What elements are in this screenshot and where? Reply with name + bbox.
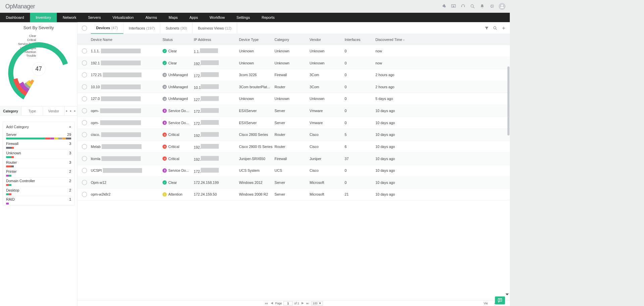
tab-business-views[interactable]: Business Views (12) [193, 22, 237, 34]
nav-workflow[interactable]: Workflow [204, 13, 230, 22]
category-row[interactable]: Domain Controller2 [6, 177, 71, 187]
status-icon: ✓ [162, 61, 167, 65]
table-row[interactable]: 172.21 ⊘UnManaged 172. 3com 3226 Firewal… [77, 69, 510, 81]
status-icon: ✕ [162, 156, 167, 161]
category-row[interactable]: Desktop2 [6, 187, 71, 196]
tab-subnets[interactable]: Subnets (30) [160, 22, 193, 34]
pager-page-input[interactable] [283, 301, 292, 305]
row-checkbox[interactable] [82, 84, 87, 90]
pager-size[interactable]: 100▼ [311, 301, 323, 305]
gear-icon[interactable] [489, 4, 494, 9]
col-category[interactable]: Category [275, 38, 310, 42]
add-category-label: Add Category [6, 124, 29, 129]
status-icon: ⬇ [162, 120, 167, 125]
app-logo: OpManager [5, 3, 35, 10]
pager-prev[interactable]: ◀ [270, 301, 274, 305]
table-search-icon[interactable] [493, 26, 497, 30]
status-icon: ⊘ [162, 97, 167, 101]
table-row[interactable]: opm- ⬇Service Do... 172. ESXServer Serve… [77, 117, 510, 129]
row-checkbox[interactable] [82, 132, 87, 137]
nav-reports[interactable]: Reports [256, 13, 280, 22]
nav-alarms[interactable]: Alarms [140, 13, 163, 22]
sidebar-tabs: CategoryTypeVendor• • • [0, 106, 77, 116]
status-icon: ! [162, 192, 167, 197]
status-icon: ✓ [162, 180, 167, 185]
table-row[interactable]: UCSPI ⬇Service Do... 172. UCS System UCS… [77, 165, 510, 177]
col-type[interactable]: Device Type [239, 38, 274, 42]
col-device-name[interactable]: Device Name [91, 38, 163, 42]
nav-maps[interactable]: Maps [163, 13, 183, 22]
presentation-icon[interactable] [451, 4, 456, 9]
tab-devices[interactable]: Devices (47) [91, 22, 123, 34]
nav-servers[interactable]: Servers [82, 13, 107, 22]
status-icon: ⊘ [162, 85, 167, 89]
col-interfaces[interactable]: Interfaces [344, 38, 375, 42]
nav-network[interactable]: Network [57, 13, 82, 22]
bell-icon[interactable] [480, 4, 485, 9]
category-panel: Add Category + Server29Firewall3Unknown3… [3, 122, 75, 205]
sidebar-tab-type[interactable]: Type [21, 106, 43, 115]
col-discovered-time[interactable]: Discovered Time▾ [375, 38, 510, 42]
category-row[interactable]: Server29 [6, 131, 71, 140]
table-row[interactable]: Opm-w12 ✓Clear 172.24.158.199 Windows 20… [77, 176, 510, 189]
col-status[interactable]: Status [162, 38, 194, 42]
chat-button[interactable] [495, 296, 505, 304]
row-checkbox[interactable] [82, 144, 87, 149]
nav-apps[interactable]: Apps [183, 13, 204, 22]
table-row[interactable]: 1.1.1. ✓Clear 1.1. Unknown Unknown Unkno… [77, 45, 510, 57]
search-icon[interactable] [470, 4, 475, 9]
row-checkbox[interactable] [82, 48, 87, 54]
nav-inventory[interactable]: Inventory [30, 13, 57, 22]
rocket-icon[interactable] [441, 4, 447, 9]
category-row[interactable]: RAID1 [6, 196, 71, 205]
row-checkbox[interactable] [82, 120, 87, 125]
row-checkbox[interactable] [82, 180, 87, 185]
chat-collapse-icon[interactable] [505, 294, 508, 296]
row-checkbox[interactable] [82, 96, 87, 102]
table-row[interactable]: cisco. ✕Critical 192. Cisco 2800 Series … [77, 129, 510, 141]
scrollbar[interactable] [507, 66, 509, 136]
sidebar-tab-vendor[interactable]: Vendor [43, 106, 64, 115]
table-row[interactable]: opm- ⬇Service Do... 172. ESXServer Serve… [77, 105, 510, 117]
select-all-checkbox[interactable] [82, 26, 87, 31]
nav-settings[interactable]: Settings [231, 13, 256, 22]
topbar: OpManager [0, 0, 510, 13]
table-row[interactable]: 192.1 ✓Clear 192. Unknown Unknown Unknow… [77, 57, 510, 69]
col-vendor[interactable]: Vendor [310, 38, 344, 42]
category-row[interactable]: Router3 [6, 159, 71, 168]
table-row[interactable]: opm-w2k8r2 !Attention 172.24.159.50 Wind… [77, 189, 510, 201]
row-checkbox[interactable] [82, 60, 87, 66]
status-icon: ⊘ [162, 73, 167, 77]
pager-first[interactable]: ⏮ [265, 302, 268, 305]
category-row[interactable]: Printer2 [6, 168, 71, 177]
headset-icon[interactable] [461, 4, 466, 9]
sidebar-tab-category[interactable]: Category [0, 106, 21, 115]
row-checkbox[interactable] [82, 168, 87, 173]
svg-point-1 [501, 5, 503, 6]
category-row[interactable]: Firewall3 [6, 140, 71, 149]
svg-point-2 [494, 27, 496, 29]
severity-donut[interactable]: ClearCriticalService DownUnManagedAttent… [0, 32, 77, 106]
table-body: 1.1.1. ✓Clear 1.1. Unknown Unknown Unkno… [77, 45, 510, 306]
pager-last[interactable]: ⏭ [306, 302, 310, 305]
row-checkbox[interactable] [82, 156, 87, 161]
add-icon[interactable] [501, 26, 506, 30]
status-icon: ⬇ [162, 168, 167, 173]
col-ip[interactable]: IP Address [194, 38, 239, 42]
nav-dashboard[interactable]: Dashboard [0, 13, 30, 22]
category-row[interactable]: Unknown3 [6, 149, 71, 159]
row-checkbox[interactable] [82, 108, 87, 113]
pager-next[interactable]: ▶ [301, 301, 304, 305]
tab-interfaces[interactable]: Interfaces (197) [123, 22, 160, 34]
nav-virtualization[interactable]: Virtualization [107, 13, 140, 22]
row-checkbox[interactable] [82, 72, 87, 78]
add-category-button[interactable]: + [69, 125, 71, 129]
table-row[interactable]: itomla ✕Critical 192. Juniper-SRX650 Fir… [77, 153, 510, 165]
filter-icon[interactable] [484, 26, 489, 30]
sidebar-tab-more[interactable]: • • • [64, 106, 77, 115]
avatar[interactable] [499, 3, 506, 10]
table-row[interactable]: Melab ✕Critical 192. Cisco 2900 IS Serie… [77, 141, 510, 153]
table-row[interactable]: 127.0 ⊘UnManaged 127. Unknown Unknown Un… [77, 93, 510, 105]
table-row[interactable]: 10.10 ⊘UnManaged 10.1 3Com brouterPlat..… [77, 81, 510, 93]
row-checkbox[interactable] [82, 192, 87, 197]
